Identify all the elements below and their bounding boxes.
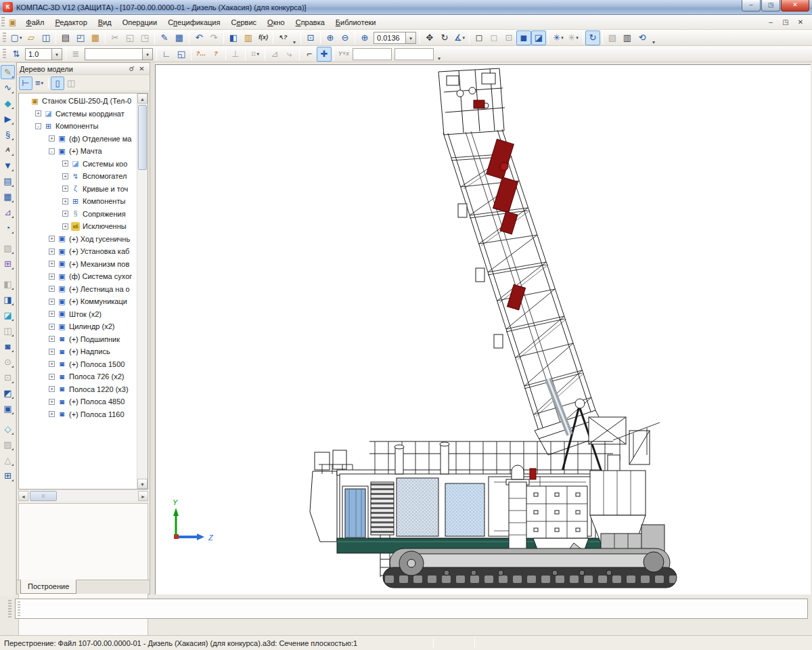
minimize-button[interactable]: – — [742, 0, 761, 12]
tree-expander[interactable]: + — [49, 135, 55, 142]
step-combo[interactable]: 1.0▾ — [25, 48, 62, 60]
tree-item[interactable]: +▣Цилиндр (x2) — [19, 320, 137, 333]
corner-drawing-button[interactable]: ⌐ — [302, 47, 317, 62]
tree-structure-button[interactable]: ⊢ — [19, 77, 32, 90]
menu-операции[interactable]: Операции — [117, 17, 162, 28]
orbit-rotate-model-button[interactable]: ↻ — [585, 30, 600, 45]
inquiry-button[interactable]: ?… — [194, 47, 208, 62]
tree-item[interactable]: +§Сопряжения — [19, 208, 137, 221]
tree-item[interactable]: +◙(+) Надпись — [19, 345, 137, 358]
close-panel-icon[interactable]: ✕ — [137, 65, 147, 72]
current-step-button[interactable]: ⇅ — [9, 47, 24, 62]
close-button[interactable]: ✕ — [781, 0, 809, 12]
tree-expander[interactable]: + — [62, 211, 68, 217]
tree-item[interactable]: +⊞Компоненты — [19, 195, 137, 208]
paste-button[interactable]: ◳ — [137, 30, 152, 45]
scale-combo[interactable]: 0.0136▾ — [374, 32, 416, 44]
child-restore-button[interactable]: ◳ — [781, 18, 790, 26]
restore-button[interactable]: ◳ — [761, 0, 780, 12]
edit-component-button[interactable]: ✎ — [1, 65, 15, 79]
extrude-button[interactable]: ◧ — [1, 277, 15, 291]
tree-expander[interactable]: + — [49, 236, 55, 242]
tree-item[interactable]: +▣Шток (x2) — [19, 308, 137, 321]
tree-expander[interactable]: + — [49, 286, 55, 292]
ortho-mode-button[interactable]: ⤷ — [282, 47, 297, 62]
property-bar-grip[interactable] — [8, 600, 12, 618]
normal-to-button[interactable]: ⊥ — [228, 47, 243, 62]
coordinate-field[interactable] — [353, 48, 392, 60]
tree-expander[interactable]: + — [62, 186, 68, 192]
filters-button[interactable]: ▼ — [1, 158, 15, 173]
print-preview-button[interactable]: ◰ — [73, 30, 88, 45]
object-manager-button[interactable]: ▥ — [241, 30, 256, 45]
zoom-window-button[interactable]: ⊡ — [303, 30, 318, 45]
panel-splitter[interactable] — [150, 62, 155, 594]
tree-expander[interactable]: + — [49, 361, 55, 367]
tree-expander[interactable]: + — [49, 386, 55, 392]
tree-expander[interactable]: + — [49, 411, 55, 417]
layers-button[interactable]: ≣ — [68, 47, 83, 62]
tree-expander[interactable]: + — [49, 374, 55, 380]
tree-expander[interactable]: - — [35, 123, 41, 129]
grid-button[interactable]: ⌗▾ — [248, 47, 263, 62]
tree-expander[interactable]: + — [35, 110, 41, 116]
pattern-array-button[interactable]: ▣ — [1, 402, 15, 416]
pan-button[interactable]: ✥ — [422, 30, 437, 45]
spatial-curves-button[interactable]: ∿ — [1, 81, 15, 95]
tree-expander[interactable]: + — [62, 198, 68, 204]
document-properties-button[interactable]: ▦ — [88, 30, 103, 45]
tree-expander[interactable]: + — [49, 324, 55, 330]
mates-button[interactable]: § — [1, 127, 15, 142]
context-help-button[interactable]: ↖? — [275, 30, 290, 45]
tree-item[interactable]: +▣(+) Лестница на о — [19, 283, 137, 296]
tree-item[interactable]: +◙Полоса 726 (x2) — [19, 370, 137, 383]
reports-button[interactable]: ▦ — [1, 190, 15, 204]
pin-icon[interactable]: ⚲ — [127, 65, 137, 72]
variables-button[interactable]: ◧ — [226, 30, 241, 45]
section-display-button[interactable]: ◔ — [1, 221, 15, 235]
tree-item[interactable]: +▣(+) Механизм пов — [19, 258, 137, 271]
scroll-thumb[interactable] — [138, 105, 147, 170]
boolean-ops-button[interactable]: ▨ — [1, 437, 15, 452]
scroll-thumb[interactable]: ||| — [30, 491, 57, 501]
tree-item[interactable]: +◪Системы коо — [19, 158, 137, 171]
surfaces-button[interactable]: ◆ — [1, 96, 15, 110]
tab-build[interactable]: Построение — [20, 580, 76, 594]
scroll-left-button[interactable]: ◄ — [18, 491, 28, 501]
rib-button[interactable]: ◫ — [1, 324, 15, 338]
toolbar-grip[interactable] — [3, 49, 6, 60]
tree-item[interactable]: +▣(+) Установка каб — [19, 245, 137, 258]
print-button[interactable]: ▤ — [58, 30, 73, 45]
tree-item[interactable]: +◪Системы координат — [19, 108, 137, 121]
sketch-3d-button[interactable]: ◱ — [174, 47, 189, 62]
loft-button[interactable]: ◪ — [1, 308, 15, 322]
tree-expander[interactable]: + — [49, 299, 55, 305]
hidden-lines-removed-button[interactable]: ◻ — [487, 30, 501, 45]
additional-window-button[interactable]: ◫ — [64, 77, 78, 90]
toolbar-overflow[interactable]: ▾ — [435, 56, 443, 62]
fillet-button[interactable]: ◙ — [1, 339, 15, 353]
tree-item[interactable]: +◙Полоса 1220 (x3) — [19, 383, 137, 396]
hidden-lines-thin-button[interactable]: ⊡ — [501, 30, 516, 45]
scale-combo-dropdown[interactable]: ▾ — [406, 32, 416, 44]
tree-item[interactable]: +◙(+) Полоса 1160 — [19, 408, 137, 421]
sketch-button[interactable]: ∟ — [159, 47, 174, 62]
toolbar-overflow[interactable]: ▾ — [650, 39, 658, 45]
zoom-by-scale-button[interactable]: ⊕ — [357, 30, 372, 45]
tree-item[interactable]: +▣(ф) Система сухог — [19, 270, 137, 283]
model-viewport[interactable]: Y Z — [155, 64, 811, 594]
functions-button[interactable]: f(x) — [256, 30, 271, 45]
tree-item[interactable]: -▣(+) Мачта — [19, 145, 137, 158]
layer-combo-dropdown[interactable]: ▾ — [143, 48, 153, 60]
tree-expander[interactable]: + — [49, 261, 55, 267]
direction-arrow-button[interactable]: ▶ — [1, 112, 15, 126]
redo-button[interactable]: ↷ — [206, 30, 221, 45]
scroll-down-button[interactable]: ▼ — [137, 479, 148, 489]
menu-редактор[interactable]: Редактор — [49, 17, 92, 28]
tree-item[interactable]: +хбИсключенны — [19, 220, 137, 233]
rebuild-model-button[interactable]: ⟲ — [635, 30, 650, 45]
library-manager-button[interactable]: ⊞ — [1, 469, 15, 483]
tree-horizontal-scrollbar[interactable]: ◄ ||| ► — [18, 491, 148, 501]
drawing-preview-button[interactable]: ▥ — [620, 30, 635, 45]
step-combo-dropdown[interactable]: ▾ — [52, 48, 62, 60]
